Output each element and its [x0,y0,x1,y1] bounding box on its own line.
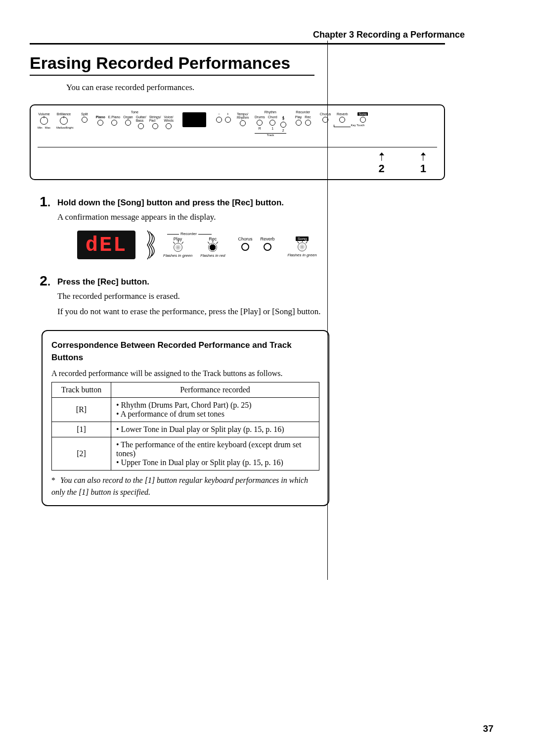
track-2-desc: • The performance of the entire keyboard… [111,437,319,470]
chord-label: Chord [268,115,277,119]
tone-voice [166,123,172,129]
metronome-icon [281,115,286,121]
chapter-header: Chapter 3 Recording a Performance [30,30,494,40]
drums-label: Drums [255,115,265,119]
footnote: *You can also record to the [1] button r… [51,474,319,498]
play-label: Play [295,115,302,119]
tone-bracket-label: Tone [130,110,139,114]
tone-piano [97,120,103,126]
track-table: Track button Performance recorded [R] • … [51,382,319,471]
sound-wave-icon [142,230,156,260]
track-bracket-label: Track [255,133,286,137]
bri-mellow-label: Mellow [56,126,66,129]
step-2-text2: If you do not want to erase the performa… [57,305,322,318]
step-2-dot: . [47,276,50,288]
song-label: Song [357,112,367,116]
step-2-text1: The recorded performance is erased. [57,290,322,303]
del-reverb-button [264,243,271,251]
table-header-trackbutton: Track button [52,382,111,397]
tone-epiano-label: E.Piano [108,115,121,119]
track-1-cell: [1] [52,422,111,437]
track-2-label: 2 [282,129,284,132]
plus-button [225,117,231,123]
flash-green-note-1: Flashes in green [163,253,192,258]
track-2-cell: [2] [52,437,111,470]
key-touch-label: Key Touch [351,124,364,127]
page-number: 37 [483,723,493,734]
control-panel-diagram: Volume Min Max Brilliance Mellow Bright … [30,104,445,180]
song-button [360,117,366,123]
reverb-button [339,117,345,123]
drums-button [257,120,263,126]
callout-2: 2 [379,162,385,175]
title-block: Erasing Recorded Performances You can er… [30,53,322,93]
tone-strings-label: Strings/ Pad [149,115,161,122]
split-label: Split [81,112,88,116]
tone-guitar-label: Guitar/ Bass [136,115,146,122]
del-song-button [298,242,307,251]
correspondence-box: Correspondence Between Recorded Performa… [42,330,329,506]
track-r-desc: • Rhythm (Drums Part, Chord Part) (p. 25… [111,397,319,422]
rec-button [305,120,311,126]
column-divider [327,41,328,580]
vol-min-label: Min [38,126,43,129]
track-r-cell: [R] [52,397,111,422]
del-chorus-label: Chorus [238,236,252,241]
del-display: dEL [77,231,135,259]
minus-button [216,117,222,123]
arrow-up-icon [420,152,426,161]
arrow-up-icon [379,152,385,161]
tempo-label: Tempo/ Rhythm [237,112,249,119]
title-underline [30,75,314,76]
intro-text: You can erase recorded performances. [66,83,314,93]
chorus-label: Chorus [320,112,331,116]
del-recorder-label: Recorder [179,232,198,236]
chord-button [269,120,275,126]
del-reverb-label: Reverb [260,236,274,241]
del-diagram: dEL Recorder Play [77,230,322,260]
table-row: [1] • Lower Tone in Dual play or Split p… [52,422,319,437]
inset-title: Correspondence Between Recorded Performa… [51,339,319,364]
flash-red-note: Flashes in red [200,253,225,258]
volume-knob [40,117,48,125]
flash-green-note-2: Flashes in green [287,253,316,257]
rec-label: Rec [305,115,311,119]
table-header-performance: Performance recorded [111,382,319,397]
footnote-star: * [51,474,60,486]
step-1-dot: . [47,196,50,209]
brilliance-label: Brilliance [57,112,71,116]
panel-divider [38,147,437,147]
table-row: [2] • The performance of the entire keyb… [52,437,319,470]
split-button [82,117,88,123]
footnote-text: You can also record to the [1] button re… [51,476,308,496]
play-button [296,120,302,126]
page: Chapter 3 Recording a Performance Erasin… [0,0,534,756]
del-rec-button [208,243,217,252]
callout-1: 1 [420,162,426,175]
volume-label: Volume [38,112,49,116]
step-2-number: 2 [40,273,47,288]
plus-label: + [227,112,229,116]
step-2-head: Press the [Rec] button. [57,277,322,287]
display-screen [182,112,206,127]
reverb-label: Reverb [337,112,348,116]
metronome-button [280,122,286,128]
track-1-desc: • Lower Tone in Dual play or Split play … [111,422,319,437]
tone-voice-label: Voice/ Winds [164,115,173,122]
brilliance-knob [60,117,68,125]
step-1-head: Hold down the [Song] button and press th… [57,198,322,208]
inset-intro: A recorded performance will be assigned … [51,369,319,378]
section-title: Erasing Recorded Performances [30,53,314,73]
heavy-rule [30,43,445,45]
tone-epiano [111,120,117,126]
tone-piano-label: Piano [96,115,105,119]
tone-organ-label: Organ [123,115,133,119]
del-chorus-button [241,243,249,251]
track-r-label: R [259,127,261,130]
recorder-bracket-label: Recorder [295,110,311,114]
step-1-number: 1 [40,194,47,209]
step-2: 2. Press the [Rec] button. The recorded … [30,273,322,321]
table-row: [R] • Rhythm (Drums Part, Chord Part) (p… [52,397,319,422]
track-1-label: 1 [271,127,273,130]
tempo-button [240,120,246,126]
